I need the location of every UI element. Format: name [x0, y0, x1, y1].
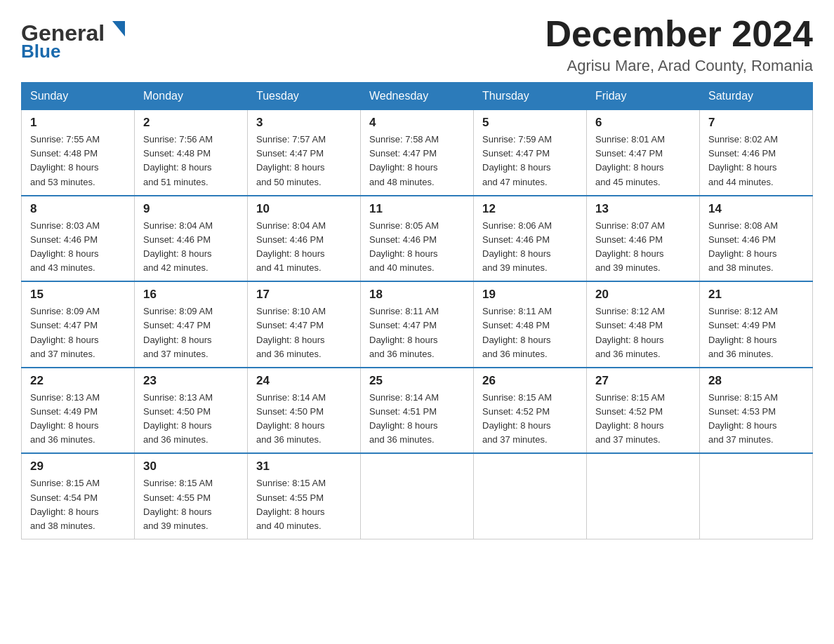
day-number: 6 [595, 116, 691, 130]
calendar-cell: 3Sunrise: 7:57 AMSunset: 4:47 PMDaylight… [248, 110, 361, 196]
calendar-cell: 30Sunrise: 8:15 AMSunset: 4:55 PMDayligh… [135, 453, 248, 539]
svg-text:Blue: Blue [21, 41, 60, 62]
calendar-cell: 24Sunrise: 8:14 AMSunset: 4:50 PMDayligh… [248, 368, 361, 454]
calendar-cell: 27Sunrise: 8:15 AMSunset: 4:52 PMDayligh… [587, 368, 700, 454]
calendar-week-row: 22Sunrise: 8:13 AMSunset: 4:49 PMDayligh… [22, 368, 813, 454]
calendar-cell: 1Sunrise: 7:55 AMSunset: 4:48 PMDaylight… [22, 110, 135, 196]
calendar-cell: 26Sunrise: 8:15 AMSunset: 4:52 PMDayligh… [474, 368, 587, 454]
day-number: 19 [482, 288, 578, 302]
weekday-header-friday: Friday [587, 83, 700, 110]
calendar-week-row: 1Sunrise: 7:55 AMSunset: 4:48 PMDaylight… [22, 110, 813, 196]
calendar-cell [700, 453, 813, 539]
calendar-cell: 12Sunrise: 8:06 AMSunset: 4:46 PMDayligh… [474, 196, 587, 282]
day-number: 20 [595, 288, 691, 302]
day-number: 11 [369, 202, 465, 216]
day-info: Sunrise: 8:15 AMSunset: 4:53 PMDaylight:… [708, 391, 804, 448]
day-number: 18 [369, 288, 465, 302]
weekday-header-tuesday: Tuesday [248, 83, 361, 110]
day-info: Sunrise: 8:01 AMSunset: 4:47 PMDaylight:… [595, 133, 691, 189]
logo: General Blue [21, 14, 133, 66]
day-info: Sunrise: 8:15 AMSunset: 4:52 PMDaylight:… [595, 391, 691, 448]
day-info: Sunrise: 8:06 AMSunset: 4:46 PMDaylight:… [482, 219, 578, 276]
day-info: Sunrise: 8:14 AMSunset: 4:51 PMDaylight:… [369, 391, 465, 448]
day-info: Sunrise: 7:57 AMSunset: 4:47 PMDaylight:… [256, 133, 352, 189]
day-info: Sunrise: 8:04 AMSunset: 4:46 PMDaylight:… [256, 219, 352, 276]
day-info: Sunrise: 8:09 AMSunset: 4:47 PMDaylight:… [30, 304, 126, 361]
day-info: Sunrise: 8:08 AMSunset: 4:46 PMDaylight:… [708, 219, 804, 276]
day-info: Sunrise: 7:56 AMSunset: 4:48 PMDaylight:… [143, 133, 239, 189]
calendar-cell: 22Sunrise: 8:13 AMSunset: 4:49 PMDayligh… [22, 368, 135, 454]
calendar-cell: 5Sunrise: 7:59 AMSunset: 4:47 PMDaylight… [474, 110, 587, 196]
calendar-week-row: 29Sunrise: 8:15 AMSunset: 4:54 PMDayligh… [22, 453, 813, 539]
day-info: Sunrise: 8:11 AMSunset: 4:47 PMDaylight:… [369, 304, 465, 361]
day-number: 21 [708, 288, 804, 302]
day-number: 5 [482, 116, 578, 130]
day-number: 29 [30, 459, 126, 474]
day-info: Sunrise: 8:13 AMSunset: 4:49 PMDaylight:… [30, 391, 126, 448]
day-info: Sunrise: 7:55 AMSunset: 4:48 PMDaylight:… [30, 133, 126, 189]
day-info: Sunrise: 7:58 AMSunset: 4:47 PMDaylight:… [369, 133, 465, 189]
calendar-cell: 16Sunrise: 8:09 AMSunset: 4:47 PMDayligh… [135, 281, 248, 368]
location-subtitle: Agrisu Mare, Arad County, Romania [545, 57, 813, 75]
calendar-cell: 20Sunrise: 8:12 AMSunset: 4:48 PMDayligh… [587, 281, 700, 368]
calendar-cell: 4Sunrise: 7:58 AMSunset: 4:47 PMDaylight… [361, 110, 474, 196]
day-info: Sunrise: 8:15 AMSunset: 4:55 PMDaylight:… [256, 476, 352, 533]
day-number: 13 [595, 202, 691, 216]
weekday-header-wednesday: Wednesday [361, 83, 474, 110]
calendar-cell [361, 453, 474, 539]
calendar-title-area: December 2024 Agrisu Mare, Arad County, … [545, 14, 813, 75]
day-info: Sunrise: 8:07 AMSunset: 4:46 PMDaylight:… [595, 219, 691, 276]
day-number: 12 [482, 202, 578, 216]
calendar-cell: 10Sunrise: 8:04 AMSunset: 4:46 PMDayligh… [248, 196, 361, 282]
calendar-cell: 8Sunrise: 8:03 AMSunset: 4:46 PMDaylight… [22, 196, 135, 282]
calendar-cell: 31Sunrise: 8:15 AMSunset: 4:55 PMDayligh… [248, 453, 361, 539]
calendar-cell: 25Sunrise: 8:14 AMSunset: 4:51 PMDayligh… [361, 368, 474, 454]
calendar-cell: 2Sunrise: 7:56 AMSunset: 4:48 PMDaylight… [135, 110, 248, 196]
calendar-cell: 15Sunrise: 8:09 AMSunset: 4:47 PMDayligh… [22, 281, 135, 368]
day-number: 30 [143, 459, 239, 474]
day-number: 31 [256, 459, 352, 474]
day-number: 28 [708, 374, 804, 388]
day-number: 10 [256, 202, 352, 216]
svg-marker-1 [112, 21, 125, 36]
day-info: Sunrise: 8:04 AMSunset: 4:46 PMDaylight:… [143, 219, 239, 276]
page-header: General Blue December 2024 Agrisu Mare, … [21, 14, 813, 75]
weekday-header-monday: Monday [135, 83, 248, 110]
calendar-week-row: 15Sunrise: 8:09 AMSunset: 4:47 PMDayligh… [22, 281, 813, 368]
calendar-cell: 7Sunrise: 8:02 AMSunset: 4:46 PMDaylight… [700, 110, 813, 196]
day-number: 14 [708, 202, 804, 216]
day-info: Sunrise: 8:10 AMSunset: 4:47 PMDaylight:… [256, 304, 352, 361]
day-info: Sunrise: 8:15 AMSunset: 4:54 PMDaylight:… [30, 476, 126, 533]
calendar-cell: 14Sunrise: 8:08 AMSunset: 4:46 PMDayligh… [700, 196, 813, 282]
day-number: 27 [595, 374, 691, 388]
day-info: Sunrise: 8:12 AMSunset: 4:48 PMDaylight:… [595, 304, 691, 361]
day-info: Sunrise: 7:59 AMSunset: 4:47 PMDaylight:… [482, 133, 578, 189]
calendar-cell: 13Sunrise: 8:07 AMSunset: 4:46 PMDayligh… [587, 196, 700, 282]
calendar-cell: 19Sunrise: 8:11 AMSunset: 4:48 PMDayligh… [474, 281, 587, 368]
month-title: December 2024 [545, 14, 813, 54]
calendar-table: SundayMondayTuesdayWednesdayThursdayFrid… [21, 82, 813, 539]
day-info: Sunrise: 8:09 AMSunset: 4:47 PMDaylight:… [143, 304, 239, 361]
calendar-cell: 23Sunrise: 8:13 AMSunset: 4:50 PMDayligh… [135, 368, 248, 454]
day-info: Sunrise: 8:05 AMSunset: 4:46 PMDaylight:… [369, 219, 465, 276]
day-number: 26 [482, 374, 578, 388]
calendar-cell [474, 453, 587, 539]
day-number: 2 [143, 116, 239, 130]
calendar-cell: 28Sunrise: 8:15 AMSunset: 4:53 PMDayligh… [700, 368, 813, 454]
day-info: Sunrise: 8:15 AMSunset: 4:55 PMDaylight:… [143, 476, 239, 533]
day-number: 17 [256, 288, 352, 302]
weekday-header-sunday: Sunday [22, 83, 135, 110]
calendar-cell: 6Sunrise: 8:01 AMSunset: 4:47 PMDaylight… [587, 110, 700, 196]
calendar-cell: 11Sunrise: 8:05 AMSunset: 4:46 PMDayligh… [361, 196, 474, 282]
day-info: Sunrise: 8:13 AMSunset: 4:50 PMDaylight:… [143, 391, 239, 448]
day-info: Sunrise: 8:15 AMSunset: 4:52 PMDaylight:… [482, 391, 578, 448]
day-number: 16 [143, 288, 239, 302]
day-number: 4 [369, 116, 465, 130]
day-number: 3 [256, 116, 352, 130]
day-info: Sunrise: 8:03 AMSunset: 4:46 PMDaylight:… [30, 219, 126, 276]
calendar-week-row: 8Sunrise: 8:03 AMSunset: 4:46 PMDaylight… [22, 196, 813, 282]
day-info: Sunrise: 8:02 AMSunset: 4:46 PMDaylight:… [708, 133, 804, 189]
calendar-cell: 17Sunrise: 8:10 AMSunset: 4:47 PMDayligh… [248, 281, 361, 368]
day-number: 8 [30, 202, 126, 216]
calendar-cell: 18Sunrise: 8:11 AMSunset: 4:47 PMDayligh… [361, 281, 474, 368]
